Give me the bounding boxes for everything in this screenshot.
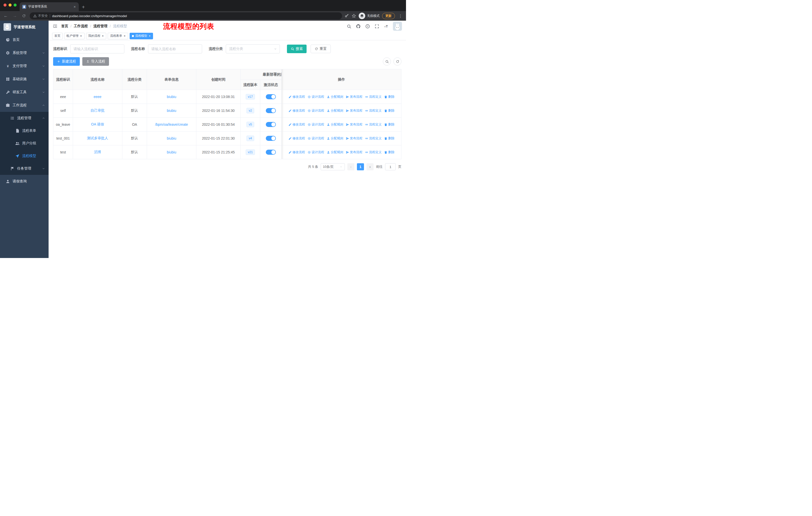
reload-button[interactable]: [21, 12, 27, 19]
sidebar-item-leave-query[interactable]: 请假查询: [0, 175, 49, 188]
action-definition-link[interactable]: 流程定义: [365, 109, 382, 113]
action-design-link[interactable]: 设计流程: [308, 150, 324, 155]
reset-button[interactable]: 重置: [311, 45, 331, 53]
action-publish-link[interactable]: 发布流程: [346, 136, 362, 141]
toggle-search-button[interactable]: [383, 57, 391, 65]
process-name-link[interactable]: 测试多审批人: [87, 136, 108, 140]
sidebar-item-workflow[interactable]: 工作流程: [0, 99, 49, 112]
tag-home[interactable]: 首页: [52, 33, 63, 39]
sidebar-item-process-form[interactable]: 流程表单: [0, 125, 49, 137]
action-publish-link[interactable]: 发布流程: [346, 109, 362, 113]
action-delete-link[interactable]: 删除: [384, 150, 395, 155]
action-design-link[interactable]: 设计流程: [308, 95, 324, 99]
browser-tab[interactable]: 芋道管理系统 ×: [20, 2, 79, 11]
font-size-icon[interactable]: TT: [384, 24, 388, 29]
github-icon[interactable]: [356, 24, 361, 29]
sidebar-item-payment[interactable]: ¥支付管理: [0, 59, 49, 73]
form-info-link[interactable]: biubiu: [167, 136, 176, 140]
active-toggle[interactable]: [266, 150, 276, 155]
sidebar-item-home[interactable]: 首页: [0, 33, 49, 46]
action-publish-link[interactable]: 发布流程: [346, 150, 362, 155]
sidebar-item-user-group[interactable]: 用户分组: [0, 137, 49, 150]
form-info-link[interactable]: biubiu: [167, 150, 176, 154]
action-delete-link[interactable]: 删除: [384, 109, 395, 113]
action-publish-link[interactable]: 发布流程: [346, 95, 362, 99]
action-delete-link[interactable]: 删除: [384, 123, 395, 127]
tag-tenant[interactable]: 租户管理×: [64, 33, 85, 39]
form-info-link[interactable]: biubiu: [167, 109, 176, 113]
zoom-window-button[interactable]: [13, 3, 17, 6]
breadcrumb-item[interactable]: 首页: [61, 24, 68, 28]
action-modify-link[interactable]: 修改流程: [288, 136, 305, 141]
action-design-link[interactable]: 设计流程: [308, 123, 324, 127]
action-assign-link[interactable]: 分配规则: [327, 150, 343, 155]
pagination-goto-input[interactable]: [385, 163, 396, 170]
action-definition-link[interactable]: 流程定义: [365, 136, 382, 141]
password-key-icon[interactable]: [345, 13, 349, 18]
page-size-select[interactable]: 10条/页: [321, 163, 345, 170]
breadcrumb-item[interactable]: 流程管理: [93, 24, 108, 28]
pagination-page-1[interactable]: 1: [357, 163, 364, 170]
action-assign-link[interactable]: 分配规则: [327, 109, 343, 113]
action-modify-link[interactable]: 修改流程: [288, 123, 305, 127]
action-modify-link[interactable]: 修改流程: [288, 150, 305, 155]
action-delete-link[interactable]: 删除: [384, 136, 395, 141]
close-icon[interactable]: ×: [148, 34, 151, 37]
close-icon[interactable]: ×: [80, 34, 82, 37]
search-button[interactable]: 搜索: [287, 45, 307, 53]
address-bar[interactable]: 不安全 dashboard.yudao.iocoder.cn/bpm/manag…: [30, 12, 342, 19]
form-info-link[interactable]: /bpm/oa/leave/create: [155, 123, 188, 127]
close-icon[interactable]: ×: [123, 34, 126, 37]
active-toggle[interactable]: [266, 136, 276, 141]
close-icon[interactable]: ×: [102, 34, 104, 37]
process-name-link[interactable]: 滔博: [94, 150, 101, 154]
breadcrumb-item[interactable]: 工作流程: [74, 24, 88, 28]
action-modify-link[interactable]: 修改流程: [288, 95, 305, 99]
action-design-link[interactable]: 设计流程: [308, 109, 324, 113]
filter-key-input[interactable]: [70, 44, 124, 53]
forward-button[interactable]: →: [11, 12, 18, 19]
active-toggle[interactable]: [266, 122, 276, 127]
sidebar-item-process-model[interactable]: 流程模型: [0, 150, 49, 162]
action-modify-link[interactable]: 修改流程: [288, 109, 305, 113]
user-avatar[interactable]: [393, 22, 402, 31]
active-toggle[interactable]: [266, 108, 276, 113]
collapse-sidebar-icon[interactable]: [53, 24, 58, 29]
sidebar-item-dev-tools[interactable]: 研发工具: [0, 86, 49, 99]
process-name-link[interactable]: OA 请假: [91, 122, 104, 126]
site-security-warning[interactable]: 不安全: [33, 13, 48, 18]
minimize-window-button[interactable]: [8, 3, 11, 6]
action-assign-link[interactable]: 分配规则: [327, 95, 343, 99]
import-process-button[interactable]: 导入流程: [82, 57, 109, 66]
action-assign-link[interactable]: 分配规则: [327, 136, 343, 141]
pagination-prev-button[interactable]: ‹: [347, 163, 354, 170]
tab-close-icon[interactable]: ×: [73, 4, 76, 9]
action-definition-link[interactable]: 流程定义: [365, 150, 382, 155]
update-button[interactable]: 更新: [382, 13, 395, 19]
fullscreen-icon[interactable]: [374, 24, 379, 29]
action-definition-link[interactable]: 流程定义: [365, 123, 382, 127]
filter-name-input[interactable]: [148, 44, 202, 53]
process-name-link[interactable]: eeee: [94, 95, 102, 99]
form-info-link[interactable]: biubiu: [167, 95, 176, 99]
help-icon[interactable]: ?: [365, 24, 370, 29]
sidebar-item-task-management[interactable]: 任务管理: [0, 162, 49, 175]
sidebar-item-infrastructure[interactable]: 基础设施: [0, 73, 49, 86]
sidebar-item-process-management[interactable]: 流程管理: [0, 112, 49, 125]
sidebar-item-system[interactable]: 系统管理: [0, 46, 49, 59]
refresh-table-button[interactable]: [394, 57, 402, 65]
tag-process-form[interactable]: 流程表单×: [108, 33, 128, 39]
action-publish-link[interactable]: 发布流程: [346, 123, 362, 127]
back-button[interactable]: ←: [2, 12, 9, 19]
tag-my-process[interactable]: 我的流程×: [86, 33, 107, 39]
search-icon[interactable]: [346, 24, 351, 29]
browser-menu-icon[interactable]: ⋮: [398, 13, 404, 19]
close-window-button[interactable]: [3, 3, 6, 6]
bookmark-star-icon[interactable]: [352, 13, 356, 18]
app-logo-row[interactable]: 芋道管理系统: [0, 21, 49, 33]
active-toggle[interactable]: [266, 94, 276, 99]
tag-process-model[interactable]: 流程模型×: [129, 33, 153, 39]
action-design-link[interactable]: 设计流程: [308, 136, 324, 141]
create-process-button[interactable]: 新建流程: [53, 57, 80, 66]
action-definition-link[interactable]: 流程定义: [365, 95, 382, 99]
